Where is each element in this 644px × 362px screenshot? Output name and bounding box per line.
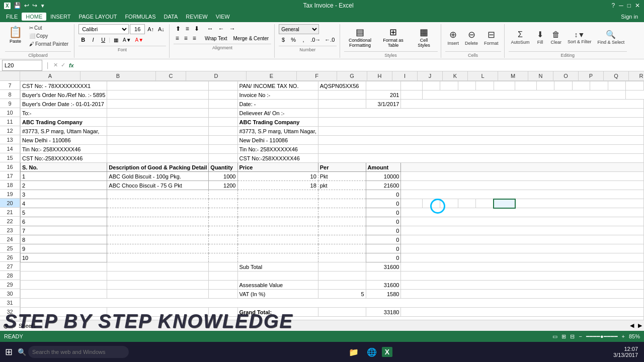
align-left-button[interactable]: ≡ <box>174 34 181 43</box>
cell-e32[interactable] <box>318 308 366 317</box>
cell-b7[interactable] <box>107 81 209 90</box>
col-header-d[interactable]: D <box>186 71 247 80</box>
cell-b21[interactable] <box>107 208 209 217</box>
cell-d27[interactable]: Sub Total <box>237 262 318 272</box>
cell-e22[interactable] <box>318 217 366 226</box>
scroll-left-icon[interactable]: ◀ <box>628 322 636 329</box>
border-button[interactable]: ▦ <box>111 35 120 45</box>
cell-d8[interactable]: Invoice No :- <box>237 90 318 100</box>
col-header-r[interactable]: R <box>629 71 644 80</box>
cell-d9[interactable]: Date: - <box>237 100 318 109</box>
cell-a15[interactable]: CST No:-258XXXXXX46 <box>21 154 107 163</box>
cell-e25[interactable] <box>318 244 366 253</box>
cell-a13[interactable]: New Delhi - 110086 <box>21 136 107 145</box>
cell-c14[interactable] <box>209 145 237 154</box>
cell-m7[interactable] <box>515 81 536 90</box>
cell-q7[interactable] <box>590 81 608 90</box>
row-header-24[interactable]: 24 <box>0 235 20 244</box>
col-header-f[interactable]: F <box>297 71 337 80</box>
cell-styles-button[interactable]: ▦ Cell Styles <box>411 24 438 50</box>
cell-c29[interactable] <box>209 281 237 290</box>
row-header-22[interactable]: 22 <box>0 217 20 226</box>
align-middle-button[interactable]: ≡ <box>184 24 191 33</box>
cell-b22[interactable] <box>107 217 209 226</box>
cell-a28[interactable] <box>21 272 107 281</box>
cell-d25[interactable] <box>237 244 318 253</box>
row-header-11[interactable]: 11 <box>0 117 20 126</box>
cell-f28[interactable] <box>366 272 401 281</box>
cell-rest14[interactable] <box>318 145 643 154</box>
cell-a25[interactable]: 9 <box>21 244 107 253</box>
find-select-button[interactable]: 🔍 Find & Select <box>595 28 627 46</box>
cell-e7[interactable]: AQSPN05XX56 <box>318 81 366 90</box>
cell-d11[interactable]: ABC Trading Company <box>237 118 318 127</box>
cell-c22[interactable] <box>209 217 237 226</box>
row-header-17[interactable]: 17 <box>0 171 20 180</box>
font-size-input[interactable] <box>130 24 145 34</box>
cell-a27[interactable] <box>21 262 107 272</box>
col-header-o[interactable]: O <box>553 71 579 80</box>
italic-button[interactable]: I <box>89 35 98 45</box>
cell-d7[interactable]: PAN/ INCOME TAX NO. <box>237 81 318 90</box>
cell-a26[interactable]: 10 <box>21 253 107 262</box>
cell-b32[interactable] <box>107 308 209 317</box>
cell-j7[interactable] <box>458 81 476 90</box>
col-header-h[interactable]: H <box>367 71 392 80</box>
cell-d16[interactable]: Price <box>237 163 318 172</box>
cell-b13[interactable] <box>107 136 209 145</box>
text-direction-button[interactable]: ↔ <box>205 24 215 33</box>
menu-review[interactable]: REVIEW <box>182 13 211 21</box>
cell-d22[interactable] <box>237 217 318 226</box>
sheet-tab-sheet1[interactable]: Sheet1 <box>12 321 43 330</box>
cell-a22[interactable]: 6 <box>21 217 107 226</box>
sign-in-button[interactable]: Sign in <box>617 13 642 21</box>
col-header-g[interactable]: G <box>337 71 367 80</box>
cell-d30[interactable]: VAT (In %) <box>237 290 318 299</box>
cell-c16[interactable]: Quantity <box>209 163 237 172</box>
fill-button[interactable]: ⬇ Fill <box>533 28 547 46</box>
align-center-button[interactable]: ≡ <box>182 34 190 43</box>
cell-rest18[interactable] <box>401 181 644 190</box>
cell-l20[interactable] <box>494 199 515 208</box>
name-box[interactable] <box>2 60 42 71</box>
maximize-btn[interactable]: □ <box>627 2 631 9</box>
font-name-select[interactable]: Calibri <box>78 24 129 34</box>
cell-a20[interactable]: 4 <box>21 199 107 208</box>
wrap-text-button[interactable]: Wrap Text <box>202 35 230 42</box>
cell-f21[interactable]: 0 <box>366 208 401 217</box>
cell-d32[interactable]: Grand Total: <box>237 308 318 317</box>
row-header-21[interactable]: 21 <box>0 208 20 217</box>
cell-e17[interactable]: Pkt <box>318 172 366 181</box>
row-header-7[interactable]: 7 <box>0 81 20 90</box>
cell-a8[interactable]: Buyer's Order No./Ref No. :- 5895 <box>21 90 107 100</box>
autosum-button[interactable]: Σ AutoSum <box>509 29 532 46</box>
col-header-m[interactable]: M <box>498 71 528 80</box>
row-header-10[interactable]: 10 <box>0 108 20 117</box>
cell-c12[interactable] <box>209 127 237 136</box>
cell-k7[interactable] <box>476 81 494 90</box>
cell-rest16[interactable] <box>401 163 644 172</box>
cell-a10[interactable]: To:- <box>21 109 107 118</box>
cell-b12[interactable] <box>107 127 209 136</box>
cell-rest13[interactable] <box>318 136 643 145</box>
cell-a19[interactable]: 3 <box>21 190 107 199</box>
cell-d13[interactable]: New Delhi - 110086 <box>237 136 318 145</box>
save-icon[interactable]: 💾 <box>14 2 21 9</box>
cell-i7[interactable] <box>440 81 458 90</box>
cell-f7[interactable] <box>366 81 401 90</box>
help-icon[interactable]: ? <box>612 2 615 9</box>
cell-f20[interactable]: 0 <box>366 199 401 208</box>
add-sheet-icon[interactable]: ⊕ <box>0 322 12 330</box>
customize-icon[interactable]: ▼ <box>40 3 45 9</box>
cell-rest8[interactable] <box>422 90 626 100</box>
undo-icon[interactable]: ↩ <box>24 2 29 9</box>
cancel-formula-icon[interactable]: ✕ <box>52 62 59 68</box>
cell-g8[interactable] <box>401 90 422 100</box>
format-painter-button[interactable]: 🖌 Format Painter <box>27 40 71 48</box>
cell-a30[interactable] <box>21 290 107 299</box>
cell-f16[interactable]: Amount <box>366 163 401 172</box>
cell-b29[interactable] <box>107 281 209 290</box>
col-header-p[interactable]: P <box>579 71 604 80</box>
fx-icon[interactable]: fx <box>67 62 76 68</box>
cell-c27[interactable] <box>209 262 237 272</box>
